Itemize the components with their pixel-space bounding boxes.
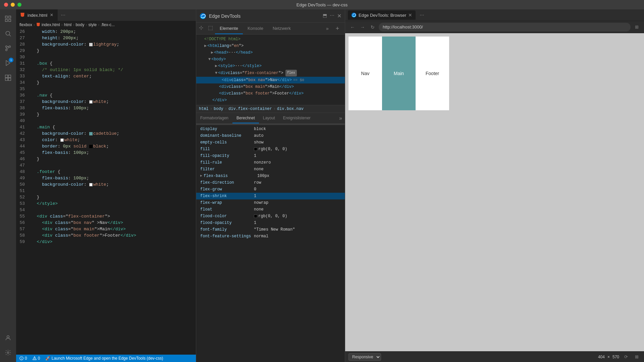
code-line-38: 38 flex-basis: 100px;: [16, 105, 196, 111]
devtools-more-tabs-button[interactable]: »: [323, 24, 332, 33]
dom-line-box-nav[interactable]: <div class="box nav"> Nav </div> == $0: [196, 77, 345, 83]
breadcrumb-style[interactable]: style: [88, 22, 97, 27]
devtools-tab-konsole[interactable]: Konsole: [243, 23, 268, 34]
run-icon[interactable]: 1: [1, 56, 15, 70]
dom-breadcrumb: html › body › div.flex-container › div.b…: [196, 105, 345, 113]
styles-tab-layout[interactable]: Layout: [259, 113, 279, 123]
browser-rotate-button[interactable]: ⟳: [622, 353, 630, 361]
devtools-tab-netzwerk[interactable]: Netzwerk: [268, 23, 296, 34]
dom-line-body[interactable]: ▼ <body>: [196, 56, 345, 63]
devtools-title: Edge DevTools: [209, 13, 320, 19]
style-row-flex-basis[interactable]: ▶ flex-basis 100px: [196, 173, 345, 179]
style-row-fill-rule[interactable]: fill-rule nonzero: [196, 159, 345, 166]
dom-line-doctype[interactable]: <!DOCTYPE html>: [196, 36, 345, 43]
devtools-add-button[interactable]: +: [333, 24, 342, 33]
devtools-responsive-button[interactable]: ⬚: [206, 23, 215, 32]
style-row-fill[interactable]: fill rgb(0, 0, 0): [196, 146, 345, 153]
computed-styles-content[interactable]: display block dominant-baseline auto emp…: [196, 124, 345, 362]
browser-screenshot-button[interactable]: ⊠: [633, 353, 641, 361]
dom-line-div-close[interactable]: </div>: [196, 97, 345, 104]
tab-close-button[interactable]: ×: [50, 12, 53, 18]
dom-line-style[interactable]: ▶ <style> ··· </style>: [196, 63, 345, 69]
dom-line-box-footer[interactable]: <div class="box footer"> Footer </div>: [196, 90, 345, 97]
breadcrumb-body[interactable]: body: [75, 22, 84, 27]
dom-bc-body[interactable]: body: [214, 107, 223, 111]
style-row-dominant-baseline[interactable]: dominant-baseline auto: [196, 132, 345, 139]
style-row-flood-color[interactable]: flood-color rgb(0, 0, 0): [196, 213, 345, 220]
styles-tab-berechnet[interactable]: Berechnet: [232, 113, 259, 123]
breadcrumb: flexbox › index.html › html › body › sty…: [16, 21, 196, 28]
browser-bottom-left: Responsive: [348, 353, 381, 361]
browser-tab-close[interactable]: ✕: [408, 12, 412, 18]
style-row-display[interactable]: display block: [196, 126, 345, 132]
svg-line-5: [9, 35, 11, 37]
browser-forward-button[interactable]: →: [359, 23, 367, 31]
code-line-35: 35: [16, 86, 196, 92]
explorer-icon[interactable]: [1, 12, 15, 25]
style-row-font-feature-settings[interactable]: font-feature-settings normal: [196, 233, 345, 240]
devtools-inspect-button[interactable]: ⊹: [196, 23, 206, 32]
style-row-fill-opacity[interactable]: fill-opacity 1: [196, 153, 345, 159]
devtools-dock-button[interactable]: ⬒: [323, 13, 327, 19]
breadcrumb-index-html[interactable]: index.html: [42, 22, 60, 27]
tab-label: index.html: [28, 13, 47, 18]
search-icon[interactable]: [1, 27, 15, 40]
style-row-flex-grow[interactable]: flex-grow 0: [196, 186, 345, 193]
error-count[interactable]: 0: [19, 356, 27, 361]
style-row-empty-cells[interactable]: empty-cells show: [196, 139, 345, 146]
browser-tab-more[interactable]: ···: [417, 12, 427, 18]
svg-point-6: [6, 46, 7, 48]
styles-tab-formatvorlagen[interactable]: Formatvorlagen: [196, 113, 232, 123]
browser-footer-box: Footer: [416, 37, 449, 110]
dom-line-flex-container[interactable]: ▼ <div class="flex-container"> flex: [196, 69, 345, 77]
close-traffic-light[interactable]: [4, 3, 8, 7]
style-row-float[interactable]: float none: [196, 206, 345, 213]
style-row-flex-direction[interactable]: flex-direction row: [196, 179, 345, 186]
minimize-traffic-light[interactable]: [11, 3, 15, 7]
devtools-titlebar: Edge DevTools ⬒ ⋯ ✕: [196, 9, 345, 23]
devtools-close-button[interactable]: ✕: [337, 13, 341, 19]
browser-tab-devtools[interactable]: Edge DevTools: Browser ✕: [348, 10, 416, 20]
browser-address-bar[interactable]: [379, 23, 631, 32]
browser-panel: Edge DevTools: Browser ✕ ··· ← → ↻ ⊞ Nav…: [345, 9, 644, 362]
editor-tab-index-html[interactable]: index.html ×: [16, 9, 58, 21]
style-row-font-family[interactable]: font-family "Times New Roman": [196, 226, 345, 233]
dom-line-head[interactable]: ▶ <head> ··· </head>: [196, 49, 345, 56]
browser-tab-edge-icon: [351, 12, 357, 18]
code-line-32: 32 /* outline: 1px solid black; */: [16, 67, 196, 73]
style-row-flex-wrap[interactable]: flex-wrap nowrap: [196, 199, 345, 206]
devtools-tab-elemente[interactable]: Elemente: [215, 23, 243, 34]
style-row-filter[interactable]: filter none: [196, 166, 345, 173]
style-row-flood-opacity[interactable]: flood-opacity 1: [196, 220, 345, 226]
code-line-45: 45 flex-basis: 100px;: [16, 149, 196, 156]
breadcrumb-html[interactable]: html: [64, 22, 72, 27]
extensions-icon[interactable]: [1, 71, 15, 84]
dom-line-html[interactable]: ▶ <html lang="en">: [196, 43, 345, 49]
code-editor-content[interactable]: 26 width: 200px; 27 height: 200px; 28 ba…: [16, 28, 196, 355]
dom-line-box-main[interactable]: <div class="box main"> Main </div>: [196, 83, 345, 90]
fullscreen-traffic-light[interactable]: [17, 3, 21, 7]
breadcrumb-flex-c[interactable]: .flex-c...: [101, 22, 115, 27]
browser-refresh-button[interactable]: ↻: [369, 23, 377, 31]
style-row-flex-shrink[interactable]: flex-shrink 1: [196, 193, 345, 199]
dom-bc-div-flex[interactable]: div.flex-container: [228, 107, 272, 111]
breadcrumb-flexbox[interactable]: flexbox: [19, 22, 32, 27]
browser-back-button[interactable]: ←: [348, 23, 357, 31]
tab-overflow-button[interactable]: ···: [58, 9, 69, 21]
responsive-dropdown[interactable]: Responsive: [348, 353, 381, 361]
settings-icon[interactable]: [1, 346, 15, 359]
devtools-more-button[interactable]: ⋯: [330, 13, 334, 19]
styles-tab-more[interactable]: »: [336, 113, 345, 123]
traffic-lights: [4, 3, 21, 7]
dom-bc-html[interactable]: html: [199, 107, 209, 111]
browser-height: 570: [612, 355, 619, 359]
dom-bc-div-nav[interactable]: div.box.nav: [277, 107, 304, 111]
browser-zoom-button[interactable]: ⊞: [633, 23, 641, 31]
warning-count[interactable]: 0: [33, 356, 40, 361]
code-line-39: 39 }: [16, 111, 196, 118]
source-control-icon[interactable]: [1, 42, 15, 55]
styles-tab-ereignislistener[interactable]: Ereignislistener: [279, 113, 315, 123]
account-icon[interactable]: [1, 331, 15, 345]
svg-rect-1: [9, 16, 11, 18]
sidebar-bottom: [1, 331, 15, 362]
